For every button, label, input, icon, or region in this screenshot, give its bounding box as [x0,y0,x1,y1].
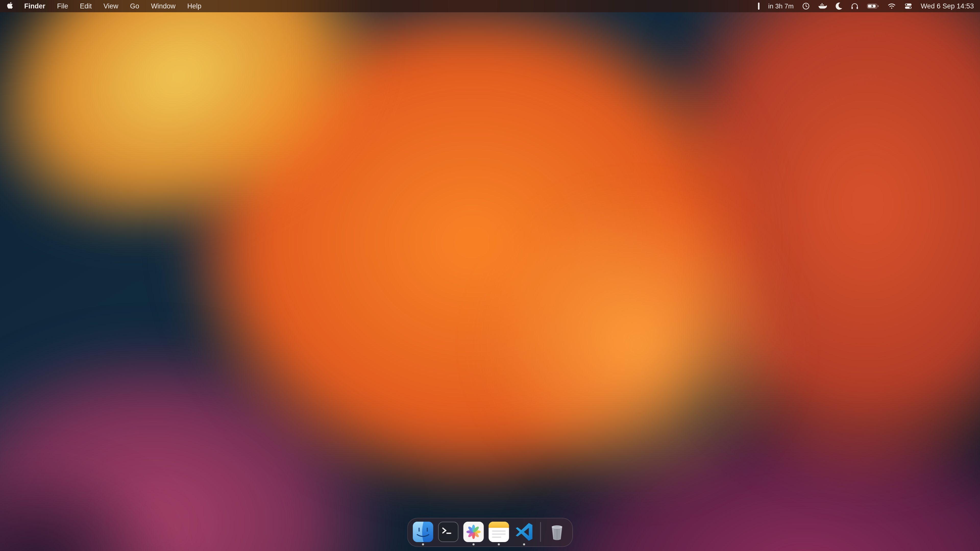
desktop[interactable]: Finder File Edit View Go Window Help in … [0,0,980,551]
docker-icon[interactable] [818,0,827,12]
notes-icon [489,522,509,542]
menu-view[interactable]: View [98,0,124,12]
menu-help[interactable]: Help [181,0,207,12]
menu-bar: Finder File Edit View Go Window Help in … [0,0,980,12]
timer-icon[interactable] [802,0,810,12]
app-indicator-icon[interactable] [758,0,760,12]
dock-item-vscode[interactable] [514,522,535,542]
running-indicator [422,543,424,545]
dock-item-photos[interactable] [463,522,484,542]
dock-item-notes[interactable] [489,522,509,542]
menu-bar-left: Finder File Edit View Go Window Help [0,0,207,12]
apple-menu[interactable] [6,0,18,12]
running-indicator [473,543,475,545]
wallpaper-petal [421,127,855,551]
apple-logo-icon [6,2,13,11]
terminal-icon [438,522,458,542]
menu-go[interactable]: Go [124,0,145,12]
menu-window[interactable]: Window [145,0,181,12]
headphones-icon[interactable] [851,0,859,12]
wifi-icon[interactable] [888,0,896,12]
menu-clock[interactable]: Wed 6 Sep 14:53 [921,0,974,12]
menu-file[interactable]: File [51,0,74,12]
battery-icon[interactable] [867,0,879,12]
finder-icon [413,522,433,542]
menu-edit[interactable]: Edit [74,0,98,12]
app-menu-title[interactable]: Finder [18,0,51,12]
dock [407,518,573,547]
vscode-icon [514,522,535,542]
running-indicator [498,543,500,545]
wallpaper [0,0,980,551]
timer-status[interactable]: in 3h 7m [768,0,794,12]
trash-icon [547,522,567,542]
control-center-icon[interactable] [904,0,912,12]
focus-moon-icon[interactable] [835,0,842,12]
dock-item-finder[interactable] [413,522,433,542]
dock-item-trash[interactable] [547,522,567,542]
running-indicator [523,543,525,545]
photos-icon [463,522,484,542]
dock-separator [540,522,541,542]
dock-item-terminal[interactable] [438,522,458,542]
menu-bar-status: in 3h 7m [758,0,980,12]
